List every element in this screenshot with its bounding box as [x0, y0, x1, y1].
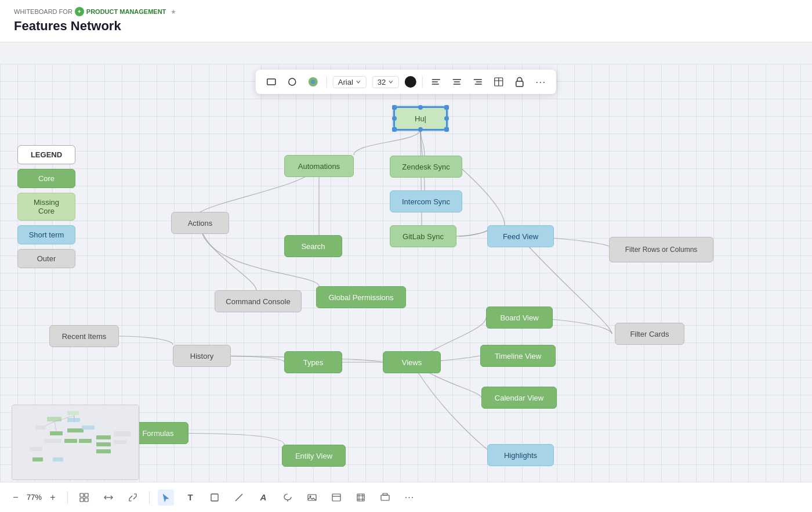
- fit-width-tool[interactable]: [100, 489, 117, 506]
- svg-rect-16: [516, 81, 523, 86]
- svg-rect-53: [357, 494, 364, 501]
- color-shape-icon[interactable]: [306, 74, 321, 89]
- node-actions[interactable]: Actions: [171, 212, 229, 234]
- rectangle-shape-icon[interactable]: [264, 74, 279, 89]
- node-intercom-sync[interactable]: Intercom Sync: [390, 190, 462, 212]
- svg-rect-42: [85, 493, 88, 497]
- node-types[interactable]: Types: [284, 351, 342, 373]
- font-size[interactable]: 32: [372, 76, 399, 88]
- minimap-svg: [12, 405, 139, 480]
- canvas[interactable]: LEGEND Core Missing Core Short term Oute…: [0, 64, 812, 512]
- legend: LEGEND Core Missing Core Short term Oute…: [17, 145, 75, 268]
- bottom-divider-2: [149, 491, 150, 504]
- svg-rect-20: [67, 418, 80, 422]
- zoom-level: 77%: [27, 493, 42, 502]
- circle-shape-icon[interactable]: [285, 74, 300, 89]
- legend-outer: Outer: [17, 249, 75, 268]
- legend-core: Core: [17, 169, 75, 188]
- node-search[interactable]: Search: [284, 235, 342, 257]
- more-tools-button[interactable]: ···: [401, 489, 418, 506]
- svg-point-1: [289, 78, 296, 85]
- grid-view-tool[interactable]: [76, 489, 92, 506]
- node-recent-items[interactable]: Recent Items: [49, 325, 119, 347]
- frame-tool[interactable]: [353, 489, 369, 506]
- font-size-value: 32: [378, 78, 386, 86]
- bottom-toolbar: − 77% + T A ···: [0, 482, 812, 512]
- handwriting-tool[interactable]: A: [255, 489, 271, 506]
- font-name: Arial: [338, 78, 353, 86]
- node-filter-rows-columns[interactable]: Filter Rows or Columns: [609, 237, 713, 262]
- svg-point-3: [311, 80, 316, 84]
- svg-rect-22: [50, 431, 63, 435]
- toolbar-divider-1: [327, 76, 327, 88]
- svg-rect-23: [67, 428, 84, 432]
- node-gitlab-sync[interactable]: GitLab Sync: [390, 225, 456, 247]
- svg-rect-46: [211, 494, 218, 501]
- lasso-tool[interactable]: [280, 489, 296, 506]
- svg-rect-18: [47, 417, 61, 421]
- svg-rect-34: [32, 457, 43, 461]
- node-automations[interactable]: Automations: [284, 155, 354, 177]
- legend-short-term: Short term: [17, 225, 75, 244]
- svg-rect-30: [96, 449, 111, 453]
- svg-rect-44: [85, 498, 88, 502]
- node-global-permissions[interactable]: Global Permissions: [316, 286, 406, 308]
- node-history[interactable]: History: [173, 345, 231, 367]
- toolbar: Arial 32 ···: [256, 70, 556, 94]
- image-tool[interactable]: [304, 489, 320, 506]
- svg-rect-59: [383, 493, 387, 495]
- svg-rect-26: [64, 439, 77, 443]
- node-hub[interactable]: Hu|: [394, 107, 447, 129]
- select-tool[interactable]: [158, 489, 174, 506]
- align-left-icon[interactable]: [429, 74, 444, 89]
- table-icon[interactable]: [491, 74, 506, 89]
- node-board-view[interactable]: Board View: [486, 307, 553, 329]
- minimap[interactable]: [12, 405, 139, 480]
- node-highlights[interactable]: Highlights: [487, 444, 554, 466]
- pen-tool[interactable]: [231, 489, 247, 506]
- svg-rect-28: [96, 435, 111, 439]
- svg-rect-19: [67, 411, 79, 415]
- color-picker[interactable]: [405, 76, 416, 88]
- svg-rect-35: [53, 457, 63, 461]
- svg-point-50: [310, 495, 311, 497]
- legend-missing-core: Missing Core: [17, 193, 75, 221]
- node-calendar-view[interactable]: Calendar View: [481, 387, 557, 409]
- page-title: Features Network: [14, 19, 798, 34]
- whiteboard-for-label: WHITEBOARD FOR: [14, 8, 72, 15]
- node-timeline-view[interactable]: Timeline View: [480, 345, 556, 367]
- star-icon[interactable]: ★: [171, 8, 176, 16]
- svg-rect-43: [80, 498, 84, 502]
- bottom-divider-1: [67, 491, 68, 504]
- svg-rect-25: [44, 439, 61, 443]
- svg-line-47: [235, 494, 242, 501]
- align-center-icon[interactable]: [449, 74, 465, 89]
- node-command-console[interactable]: Command Console: [215, 290, 302, 312]
- svg-rect-29: [96, 442, 111, 446]
- svg-rect-21: [35, 426, 46, 430]
- more-options-icon[interactable]: ···: [533, 74, 548, 89]
- svg-rect-31: [114, 431, 131, 437]
- lock-icon[interactable]: [512, 74, 527, 89]
- svg-rect-24: [82, 426, 95, 430]
- svg-rect-27: [79, 439, 92, 443]
- node-views[interactable]: Views: [383, 351, 441, 373]
- node-feed-view[interactable]: Feed View: [487, 225, 554, 247]
- font-select[interactable]: Arial: [333, 76, 367, 88]
- header: WHITEBOARD FOR ✦ PRODUCT MANAGEMENT ★ Fe…: [0, 0, 812, 42]
- node-entity-view[interactable]: Entity View: [282, 445, 346, 467]
- component-tool[interactable]: [377, 489, 393, 506]
- align-right-icon[interactable]: [470, 74, 485, 89]
- product-name: PRODUCT MANAGEMENT: [86, 8, 166, 15]
- svg-rect-41: [80, 493, 84, 497]
- embed-tool[interactable]: [328, 489, 345, 506]
- expand-tool[interactable]: [125, 489, 141, 506]
- node-filter-cards[interactable]: Filter Cards: [615, 323, 684, 345]
- text-tool[interactable]: T: [182, 489, 198, 506]
- node-zendesk-sync[interactable]: Zendesk Sync: [390, 156, 462, 178]
- shape-tool[interactable]: [206, 489, 223, 506]
- product-icon: ✦: [75, 7, 84, 16]
- svg-rect-51: [332, 494, 340, 501]
- zoom-in-button[interactable]: +: [46, 491, 59, 504]
- zoom-out-button[interactable]: −: [9, 491, 22, 504]
